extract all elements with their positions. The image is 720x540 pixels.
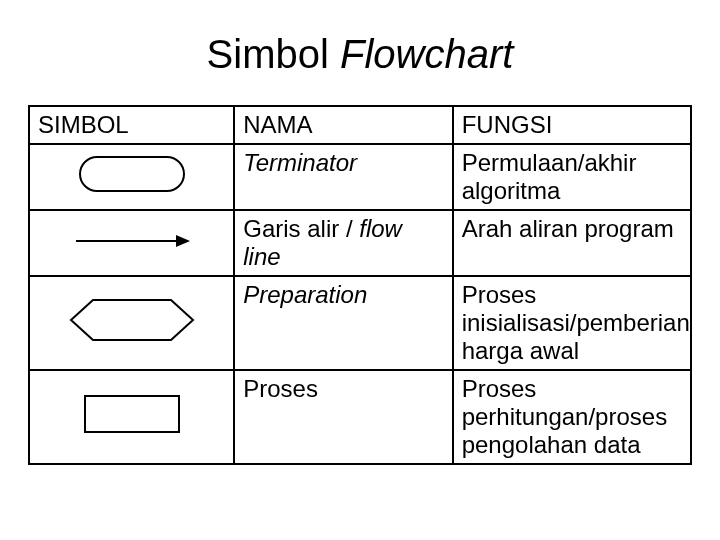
title-italic: Flowchart	[340, 32, 513, 76]
symbol-cell	[29, 144, 234, 210]
title-plain: Simbol	[207, 32, 340, 76]
svg-rect-4	[85, 396, 179, 432]
page-title: Simbol Flowchart	[28, 32, 692, 77]
symbol-cell	[29, 370, 234, 464]
header-nama: NAMA	[234, 106, 452, 144]
header-fungsi: FUNGSI	[453, 106, 691, 144]
table-row: Proses Proses perhitungan/proses pengola…	[29, 370, 691, 464]
name-cell: Garis alir / flow line	[234, 210, 452, 276]
function-cell: Proses perhitungan/proses pengolahan dat…	[453, 370, 691, 464]
symbol-cell	[29, 210, 234, 276]
table-row: Preparation Proses inisialisasi/pemberia…	[29, 276, 691, 370]
function-cell: Proses inisialisasi/pemberian harga awal	[453, 276, 691, 370]
name-italic: Terminator	[243, 149, 357, 176]
flowline-icon	[72, 229, 192, 257]
svg-rect-0	[80, 157, 184, 191]
preparation-icon	[67, 296, 197, 350]
table-row: Garis alir / flow line Arah aliran progr…	[29, 210, 691, 276]
process-icon	[82, 393, 182, 441]
name-italic: Preparation	[243, 281, 367, 308]
symbol-cell	[29, 276, 234, 370]
function-cell: Arah aliran program	[453, 210, 691, 276]
name-cell: Terminator	[234, 144, 452, 210]
name-plain: Garis alir /	[243, 215, 359, 242]
function-cell: Permulaan/akhir algoritma	[453, 144, 691, 210]
svg-marker-3	[71, 300, 193, 340]
name-cell: Proses	[234, 370, 452, 464]
terminator-icon	[77, 154, 187, 200]
svg-marker-2	[176, 235, 190, 247]
slide: Simbol Flowchart SIMBOL NAMA FUNGSI Term…	[0, 0, 720, 540]
header-simbol: SIMBOL	[29, 106, 234, 144]
name-plain: Proses	[243, 375, 318, 402]
table-header-row: SIMBOL NAMA FUNGSI	[29, 106, 691, 144]
table-row: Terminator Permulaan/akhir algoritma	[29, 144, 691, 210]
name-cell: Preparation	[234, 276, 452, 370]
flowchart-symbols-table: SIMBOL NAMA FUNGSI Terminator Permulaan/…	[28, 105, 692, 465]
